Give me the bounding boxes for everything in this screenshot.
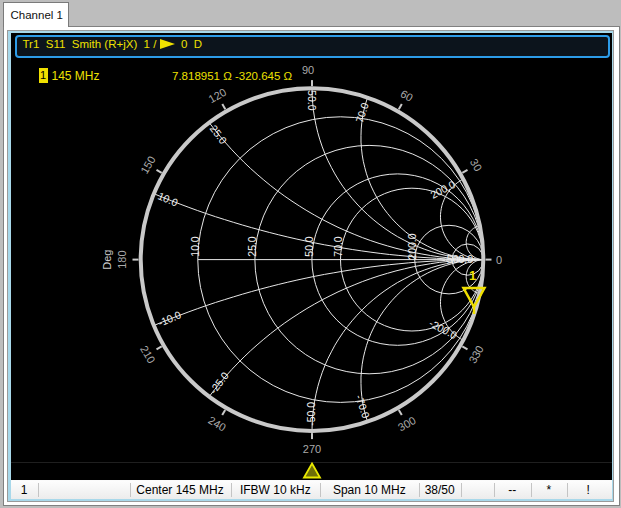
svg-text:70.0: 70.0	[332, 236, 343, 257]
svg-text:150: 150	[138, 154, 158, 176]
svg-text:-50.0: -50.0	[306, 402, 317, 426]
svg-text:70.0: 70.0	[353, 101, 370, 124]
svg-text:-10.0: -10.0	[156, 309, 182, 328]
svg-text:50.0: 50.0	[303, 236, 314, 257]
svg-text:200.0: 200.0	[406, 233, 417, 259]
svg-text:60: 60	[398, 87, 415, 104]
svg-text:120: 120	[206, 86, 228, 106]
svg-text:10.0: 10.0	[189, 236, 200, 257]
svg-text:90: 90	[301, 64, 313, 76]
svg-text:270: 270	[302, 443, 320, 455]
svg-text:50.0: 50.0	[306, 90, 317, 111]
svg-text:30: 30	[467, 157, 484, 174]
svg-text:10.0: 10.0	[156, 191, 179, 209]
svg-text:300: 300	[395, 414, 417, 434]
svg-text:240: 240	[206, 414, 228, 434]
svg-text:25.0: 25.0	[246, 236, 257, 257]
svg-text:180: 180	[116, 250, 128, 268]
svg-text:1: 1	[468, 268, 475, 283]
svg-text:Deg: Deg	[101, 250, 113, 270]
svg-text:-70.0: -70.0	[353, 393, 371, 419]
svg-text:330: 330	[466, 343, 486, 365]
svg-text:0: 0	[495, 254, 501, 266]
svg-text:210: 210	[138, 343, 158, 365]
svg-text:500.0: 500.0	[446, 254, 472, 265]
